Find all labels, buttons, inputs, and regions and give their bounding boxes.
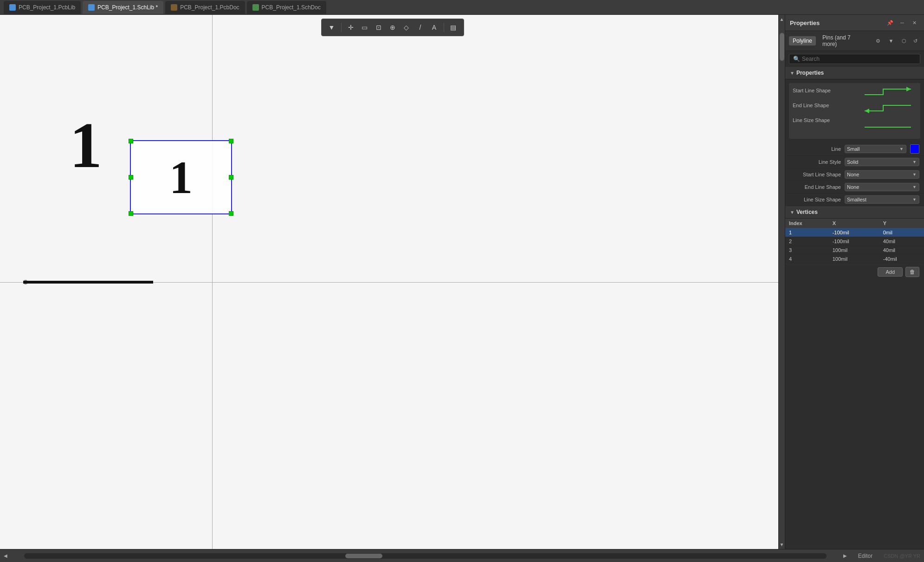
vertical-guideline [212, 15, 213, 549]
canvas-area[interactable]: ▼ ✛ ▭ ⊡ ⊕ ◇ / A ▤ 1 [0, 15, 785, 549]
vertex-row-2[interactable]: 2 -100mil 40mil [785, 237, 924, 246]
panel-body: ▼ Properties Start Line Shape End Line S… [785, 67, 924, 549]
rect-tool[interactable]: ▭ [358, 21, 371, 34]
panel-header: Properties 📌 ─ ✕ [785, 15, 924, 31]
line-select[interactable]: Small Medium Large [845, 145, 906, 153]
scroll-track[interactable] [779, 24, 785, 540]
handle-bottom-left[interactable] [129, 211, 133, 216]
handle-bottom-right[interactable] [229, 211, 233, 216]
panel-dropdown-btn[interactable]: ▼ [886, 36, 896, 46]
line-style-select[interactable]: Solid Dashed Dotted [845, 158, 919, 166]
tool-separator-2 [444, 23, 444, 32]
handle-mid-right[interactable] [229, 175, 233, 180]
panel-close-btn[interactable]: ✕ [909, 18, 919, 28]
scroll-up-arrow[interactable]: ▲ [778, 15, 785, 24]
svg-marker-1 [865, 109, 869, 113]
delete-vertex-button[interactable]: 🗑 [905, 267, 919, 277]
vertex-3-index: 3 [785, 246, 829, 255]
pcblib-icon [9, 4, 16, 11]
line-prop-label: Line [790, 146, 841, 152]
line-color-swatch[interactable] [910, 144, 919, 154]
tool-separator-1 [341, 23, 342, 32]
tab-pcblib[interactable]: PCB_Project_1.PcbLib [4, 1, 81, 14]
start-line-shape-wrapper[interactable]: None Arrow [845, 170, 919, 179]
tab-pins[interactable]: Pins (and 7 more) [819, 33, 870, 49]
toolbar: ▼ ✛ ▭ ⊡ ⊕ ◇ / A ▤ [321, 19, 464, 36]
rect-number: 1 [169, 151, 193, 204]
panel-action-btn2[interactable]: ↺ [910, 36, 920, 46]
h-scroll-thumb[interactable] [345, 554, 382, 558]
section-collapse-arrow: ▼ [790, 71, 795, 76]
properties-panel: Properties 📌 ─ ✕ Polyline Pins (and 7 mo… [785, 15, 924, 549]
line-style-select-wrapper[interactable]: Solid Dashed Dotted [845, 158, 919, 166]
selected-rectangle[interactable]: 1 [130, 140, 232, 214]
scroll-right-arrow[interactable]: ▶ [843, 553, 847, 558]
watermark: CSDN @YR YR [884, 553, 920, 559]
panel-title: Properties [790, 19, 820, 26]
tab-pcbdoc[interactable]: PCB_Project_1.PcbDoc [165, 1, 245, 14]
bottom-bar: ◀ ▶ Editor CSDN @YR YR [0, 549, 924, 562]
line-size-shape-select[interactable]: Smallest Small Medium [845, 195, 919, 204]
vertex-3-y: 40mil [879, 246, 924, 255]
rect-content: 1 [131, 141, 231, 213]
tab-polyline[interactable]: Polyline [789, 36, 816, 45]
vertex-1-x: -100mil [829, 228, 879, 237]
tab-schlibstar[interactable]: PCB_Project_1.SchLib * [83, 1, 163, 14]
end-line-shape-select[interactable]: None Arrow [845, 183, 919, 191]
text-tool[interactable]: A [428, 21, 441, 34]
line-select-wrapper[interactable]: Small Medium Large [845, 145, 906, 153]
properties-section-header[interactable]: ▼ Properties [785, 67, 924, 79]
horizontal-scrollbar[interactable] [24, 553, 827, 559]
selection-tool[interactable]: ⊡ [372, 21, 385, 34]
scroll-down-arrow[interactable]: ▼ [778, 540, 785, 549]
panel-pin-btn[interactable]: 📌 [885, 18, 895, 28]
vertex-4-x: 100mil [829, 255, 879, 264]
line-style-label: Line Style [790, 159, 841, 165]
tab-pcbdoc-label: PCB_Project_1.PcbDoc [180, 4, 239, 11]
vertices-section-header[interactable]: ▼ Vertices [785, 206, 924, 219]
pcbdoc-icon [171, 4, 177, 11]
scroll-thumb[interactable] [780, 33, 784, 61]
vertices-header-row: Index X Y [785, 219, 924, 228]
vertex-1-y: 0mil [879, 228, 924, 237]
vertex-row-4[interactable]: 4 100mil -40mil [785, 255, 924, 264]
col-x: X [829, 219, 879, 228]
tab-schdoc[interactable]: PCB_Project_1.SchDoc [247, 1, 326, 14]
end-line-label: End Line Shape [793, 103, 829, 108]
vertex-1-index: 1 [785, 228, 829, 237]
handle-mid-left[interactable] [129, 175, 133, 180]
vertex-row-3[interactable]: 3 100mil 40mil [785, 246, 924, 255]
main-layout: ▼ ✛ ▭ ⊡ ⊕ ◇ / A ▤ 1 [0, 15, 924, 549]
end-line-shape-wrapper[interactable]: None Arrow [845, 183, 919, 191]
line-shape-preview: Start Line Shape End Line Shape Line Siz… [789, 83, 920, 139]
col-index: Index [785, 219, 829, 228]
add-tool[interactable]: ✛ [344, 21, 357, 34]
vertex-3-x: 100mil [829, 246, 879, 255]
search-bar[interactable]: 🔍 [789, 54, 920, 64]
line-size-label: Line Size Shape [793, 117, 830, 123]
grid-tool[interactable]: ▤ [447, 21, 460, 34]
crosshair-tool[interactable]: ⊕ [386, 21, 399, 34]
filter-panel-btn[interactable]: ⚙ [873, 36, 883, 46]
vertical-scrollbar[interactable]: ▲ ▼ [778, 15, 785, 549]
scroll-left-arrow[interactable]: ◀ [4, 553, 7, 558]
line-size-shape-wrapper[interactable]: Smallest Small Medium [845, 195, 919, 204]
vertex-4-y: -40mil [879, 255, 924, 264]
shape-tool[interactable]: ◇ [400, 21, 413, 34]
add-vertex-button[interactable]: Add [878, 267, 903, 277]
line-tool[interactable]: / [414, 21, 427, 34]
search-input[interactable] [802, 56, 916, 62]
canvas-content: 1 1 [0, 15, 785, 549]
search-icon: 🔍 [793, 56, 800, 62]
svg-marker-0 [906, 87, 911, 91]
panel-minimize-btn[interactable]: ─ [897, 18, 907, 28]
title-bar: PCB_Project_1.PcbLib PCB_Project_1.SchLi… [0, 0, 924, 15]
vertex-row-1[interactable]: 1 -100mil 0mil [785, 228, 924, 237]
panel-action-btn1[interactable]: ⬡ [899, 36, 909, 46]
handle-top-right[interactable] [229, 139, 233, 143]
start-line-shape-select[interactable]: None Arrow [845, 170, 919, 179]
handle-top-left[interactable] [129, 139, 133, 143]
schdoc-icon [252, 4, 259, 11]
vertices-actions: Add 🗑 [785, 264, 924, 280]
filter-tool[interactable]: ▼ [325, 21, 338, 34]
